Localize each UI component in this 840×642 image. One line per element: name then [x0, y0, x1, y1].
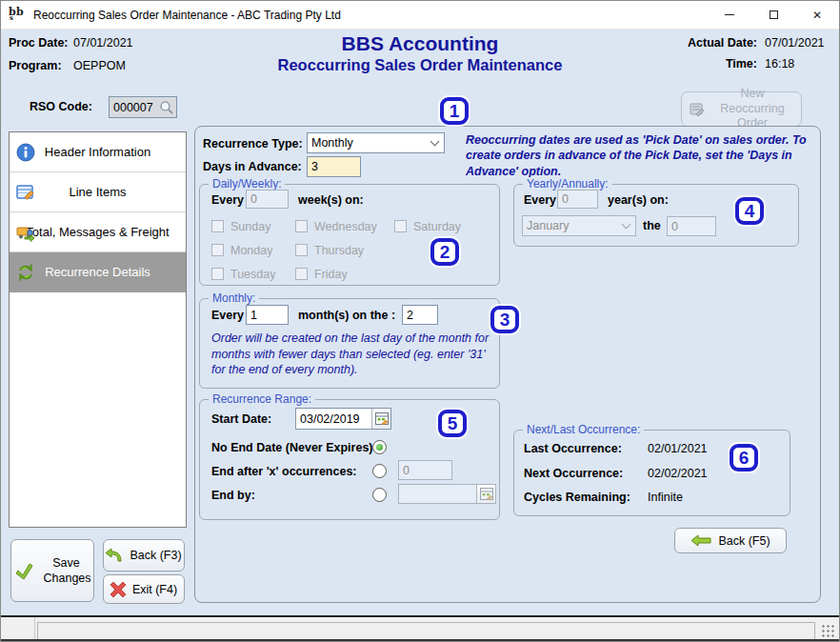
weeks-unit-label: week(s) on:	[298, 193, 364, 207]
end-after-radio[interactable]	[372, 464, 387, 478]
back-f5-button[interactable]: Back (F5)	[674, 528, 787, 553]
occurrence-group: Next/Last Occurrence: Last Occurrence: 0…	[513, 430, 790, 516]
close-icon: ✕	[812, 10, 822, 21]
start-date-field[interactable]: 03/02/2019	[295, 408, 391, 430]
sidebar-item-label: Recurrence Details	[45, 265, 150, 279]
weekday-label: Sunday	[230, 220, 270, 233]
back-f5-label: Back (F5)	[718, 534, 770, 548]
end-by-date-field	[398, 484, 496, 504]
status-bar	[1, 615, 839, 641]
pick-date-note: Reoccurring dates are used as 'Pick Date…	[466, 132, 830, 179]
calendar-button-disabled	[476, 485, 495, 503]
rso-code-field[interactable]: 000007	[109, 96, 177, 118]
window-title: Reoccurring Sales Order Maintenance - AB…	[33, 9, 341, 22]
years-every-input	[557, 190, 598, 209]
sidebar-item-label: Header Information	[45, 145, 150, 159]
months-every-input[interactable]	[246, 305, 289, 325]
monthly-legend: Monthly:	[209, 291, 259, 305]
every-label: Every	[211, 193, 244, 207]
last-occurrence-value: 02/01/2021	[648, 442, 708, 455]
doc-pencil-icon	[689, 101, 706, 118]
recurrence-details-panel: Recurrence Type: Monthly Days in Advance…	[194, 126, 821, 603]
recurrence-type-select[interactable]: Monthly	[307, 132, 445, 153]
recurrence-type-value: Monthly	[311, 136, 431, 150]
sidebar-item-header-information[interactable]: Header Information	[10, 132, 186, 172]
no-end-date-radio[interactable]	[372, 440, 387, 454]
friday-checkbox	[295, 268, 308, 280]
status-bar-message-area	[37, 622, 815, 640]
month-value: January	[527, 219, 623, 232]
next-occurrence-label: Next Occurrence:	[524, 467, 623, 480]
month-day-input[interactable]	[402, 305, 438, 325]
time-label: Time:	[688, 57, 757, 70]
weekday-label: Thursday	[314, 244, 364, 257]
sidebar-item-label: Total, Messages & Freight	[26, 225, 169, 239]
resize-grip[interactable]	[821, 624, 835, 638]
curved-arrow-left-icon	[106, 549, 123, 563]
exit-f4-button[interactable]: Exit (F4)	[103, 574, 185, 604]
month-select: January	[522, 215, 636, 236]
window-bottom-edge	[1, 639, 839, 641]
minimize-icon	[725, 14, 734, 15]
monthly-group: Monthly: Every month(s) on the : Order w…	[199, 298, 500, 389]
annotation-badge-3: 3	[490, 306, 519, 333]
weekday-label: Friday	[314, 268, 348, 281]
wednesday-checkbox	[295, 220, 308, 232]
years-unit-label: year(s) on:	[608, 193, 669, 207]
save-changes-label: Save Changes	[44, 555, 90, 587]
search-icon[interactable]	[159, 100, 174, 115]
calendar-button[interactable]	[371, 409, 390, 429]
annotation-badge-2: 2	[430, 238, 459, 266]
annotation-badge-1: 1	[440, 97, 469, 125]
calendar-icon	[375, 412, 389, 425]
chevron-down-icon	[430, 137, 440, 147]
daily-weekly-group: Daily/Weekly: Every week(s) on: Sunday M…	[199, 184, 500, 286]
weekday-label: Wednesday	[314, 220, 377, 233]
title-bar: bsb Reoccurring Sales Order Maintenance …	[1, 1, 839, 30]
weekday-label: Saturday	[413, 220, 461, 233]
sunday-checkbox	[211, 220, 224, 232]
exit-f4-label: Exit (F4)	[132, 583, 177, 596]
no-end-date-label: No End Date (Never Expires):	[211, 441, 377, 454]
close-button[interactable]: ✕	[795, 1, 839, 30]
monday-checkbox	[211, 244, 224, 256]
back-f3-label: Back (F3)	[130, 549, 181, 562]
date-time-info: Actual Date: 07/01/2021 Time: 16:18	[688, 36, 833, 70]
chevron-down-icon	[622, 220, 631, 230]
thursday-checkbox	[295, 244, 308, 256]
end-by-label: End by:	[211, 489, 255, 502]
sidebar-item-total-messages-freight[interactable]: Total, Messages & Freight	[10, 212, 186, 252]
end-after-label: End after 'x' occurrences:	[211, 465, 357, 478]
year-day-input	[667, 216, 716, 236]
new-order-label: New Reoccurring Order	[710, 87, 794, 131]
days-in-advance-label: Days in Advance:	[203, 160, 302, 173]
yearly-legend: Yearly/Annually:	[523, 177, 612, 191]
new-reoccurring-order-button: New Reoccurring Order	[681, 91, 802, 127]
end-by-radio[interactable]	[372, 488, 387, 502]
x-mark-icon	[110, 582, 126, 597]
annotation-badge-5: 5	[438, 410, 467, 437]
minimize-button[interactable]	[708, 1, 751, 30]
start-date-value: 03/02/2019	[296, 412, 371, 426]
app-window: bsb Reoccurring Sales Order Maintenance …	[0, 0, 840, 642]
start-date-label: Start Date:	[211, 412, 271, 426]
rso-code-value: 000007	[113, 101, 159, 114]
sidebar-item-line-items[interactable]: Line Items	[10, 172, 186, 212]
end-after-input	[398, 460, 452, 480]
daily-weekly-legend: Daily/Weekly:	[209, 177, 285, 191]
cycles-remaining-label: Cycles Remaining:	[524, 491, 630, 504]
info-icon	[16, 143, 35, 162]
annotation-badge-6: 6	[730, 444, 758, 471]
maximize-icon	[770, 10, 778, 19]
actual-date-value: 07/01/2021	[765, 36, 833, 50]
maximize-button[interactable]	[751, 1, 795, 30]
sidebar-item-label: Line Items	[70, 185, 127, 199]
back-f3-button[interactable]: Back (F3)	[103, 539, 185, 572]
recycle-arrows-icon	[16, 263, 35, 282]
recurrence-range-legend: Recurrence Range:	[209, 392, 315, 406]
sidebar-item-recurrence-details[interactable]: Recurrence Details	[10, 252, 186, 292]
days-in-advance-input[interactable]	[307, 156, 361, 177]
sidebar: Header Information Line Items Total, Mes…	[9, 131, 187, 528]
months-unit-label: month(s) on the :	[298, 309, 395, 322]
save-changes-button[interactable]: Save Changes	[10, 539, 94, 602]
